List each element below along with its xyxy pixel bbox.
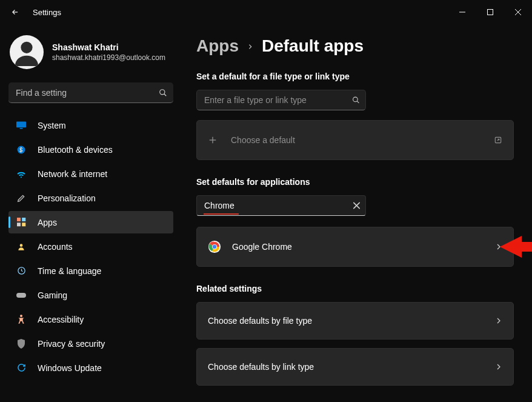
nav-item-label: Privacy & security — [38, 339, 105, 349]
svg-line-6 — [164, 94, 167, 96]
breadcrumb: Apps Default apps — [196, 36, 514, 56]
nav-item-apps[interactable]: Apps — [8, 211, 173, 233]
section-header-appdefaults: Set defaults for applications — [196, 177, 514, 187]
clear-icon[interactable] — [353, 203, 360, 209]
related-link-filetype[interactable]: Choose defaults by file type — [196, 302, 514, 340]
svg-rect-12 — [17, 223, 21, 226]
main-content: Apps Default apps Set a default for a fi… — [182, 24, 532, 402]
svg-point-4 — [21, 42, 32, 53]
svg-point-18 — [353, 97, 358, 102]
nav-item-update[interactable]: Windows Update — [8, 357, 173, 379]
back-button[interactable] — [11, 8, 19, 16]
bluetooth-icon — [16, 144, 27, 155]
nav-item-label: Personalization — [38, 193, 96, 203]
brush-icon — [16, 193, 27, 204]
window-title: Settings — [33, 8, 61, 17]
profile-email: shashwat.khatri1993@outlook.com — [52, 53, 165, 62]
search-icon — [159, 89, 167, 97]
svg-rect-11 — [22, 218, 25, 221]
svg-marker-28 — [500, 236, 532, 258]
avatar — [10, 35, 44, 69]
nav-item-label: Network & internet — [38, 169, 107, 179]
profile-card[interactable]: Shashwat Khatri shashwat.khatri1993@outl… — [8, 29, 173, 78]
choose-default-card[interactable]: Choose a default — [196, 120, 514, 160]
app-result-label: Google Chrome — [232, 242, 292, 252]
maximize-button[interactable] — [476, 2, 504, 22]
related-link-linktype[interactable]: Choose defaults by link type — [196, 348, 514, 386]
svg-point-14 — [20, 244, 23, 247]
minimize-button[interactable] — [448, 2, 476, 22]
svg-line-19 — [357, 101, 359, 103]
nav: System Bluetooth & devices Network & int… — [8, 114, 173, 379]
close-button[interactable] — [504, 2, 532, 22]
annotation-arrow — [500, 233, 532, 260]
titlebar: Settings — [0, 0, 532, 24]
open-icon — [494, 136, 502, 144]
app-result-card[interactable]: Google Chrome — [196, 227, 514, 267]
window-controls — [448, 2, 532, 22]
svg-point-5 — [160, 90, 165, 95]
svg-rect-7 — [16, 121, 26, 127]
display-icon — [16, 120, 27, 131]
svg-rect-8 — [20, 128, 23, 129]
nav-item-network[interactable]: Network & internet — [8, 162, 173, 185]
nav-item-label: Gaming — [38, 290, 67, 300]
breadcrumb-root[interactable]: Apps — [196, 36, 239, 56]
nav-item-gaming[interactable]: Gaming — [8, 284, 173, 306]
profile-text: Shashwat Khatri shashwat.khatri1993@outl… — [52, 42, 165, 62]
nav-item-accessibility[interactable]: Accessibility — [8, 308, 173, 330]
sidebar: Shashwat Khatri shashwat.khatri1993@outl… — [0, 24, 182, 402]
app-search[interactable] — [196, 195, 366, 216]
nav-item-label: Apps — [38, 218, 57, 227]
chrome-icon — [208, 240, 221, 253]
profile-name: Shashwat Khatri — [52, 42, 165, 52]
accessibility-icon — [16, 314, 27, 325]
spellcheck-underline — [204, 213, 239, 215]
chevron-right-icon — [495, 317, 502, 324]
nav-item-accounts[interactable]: Accounts — [8, 235, 173, 258]
section-header-related: Related settings — [196, 284, 514, 293]
svg-point-17 — [20, 315, 22, 317]
clock-icon — [16, 266, 27, 276]
link-label: Choose defaults by file type — [208, 316, 312, 326]
nav-item-personalization[interactable]: Personalization — [8, 187, 173, 209]
wifi-icon — [16, 169, 27, 179]
choose-default-label: Choose a default — [231, 135, 295, 145]
chevron-right-icon — [495, 363, 502, 370]
link-label: Choose defaults by link type — [208, 362, 314, 372]
filetype-search[interactable] — [196, 90, 366, 110]
sidebar-search[interactable] — [8, 82, 173, 103]
nav-item-time[interactable]: Time & language — [8, 260, 173, 282]
svg-point-27 — [213, 245, 216, 249]
chevron-right-icon — [495, 243, 502, 250]
person-icon — [16, 241, 27, 252]
search-icon — [352, 96, 360, 104]
nav-item-label: Accessibility — [38, 315, 84, 324]
section-header-filetype: Set a default for a file type or link ty… — [196, 72, 514, 81]
apps-icon — [16, 217, 27, 228]
nav-item-system[interactable]: System — [8, 114, 173, 136]
breadcrumb-current: Default apps — [262, 36, 364, 56]
svg-rect-13 — [22, 223, 25, 226]
update-icon — [16, 363, 27, 374]
nav-item-label: Bluetooth & devices — [38, 145, 113, 155]
nav-item-label: System — [38, 121, 66, 130]
chevron-right-icon — [247, 44, 253, 50]
svg-rect-10 — [17, 218, 21, 221]
nav-item-privacy[interactable]: Privacy & security — [8, 332, 173, 355]
gaming-icon — [16, 290, 27, 301]
plus-icon — [208, 135, 220, 145]
nav-item-label: Time & language — [38, 266, 101, 276]
svg-rect-16 — [16, 293, 26, 298]
nav-item-bluetooth[interactable]: Bluetooth & devices — [8, 138, 173, 161]
filetype-search-input[interactable] — [196, 90, 366, 110]
app-search-input[interactable] — [196, 195, 366, 216]
shield-icon — [16, 338, 27, 349]
nav-item-label: Accounts — [38, 242, 73, 252]
svg-rect-1 — [488, 10, 493, 15]
nav-item-label: Windows Update — [38, 363, 102, 373]
sidebar-search-input[interactable] — [8, 82, 173, 103]
